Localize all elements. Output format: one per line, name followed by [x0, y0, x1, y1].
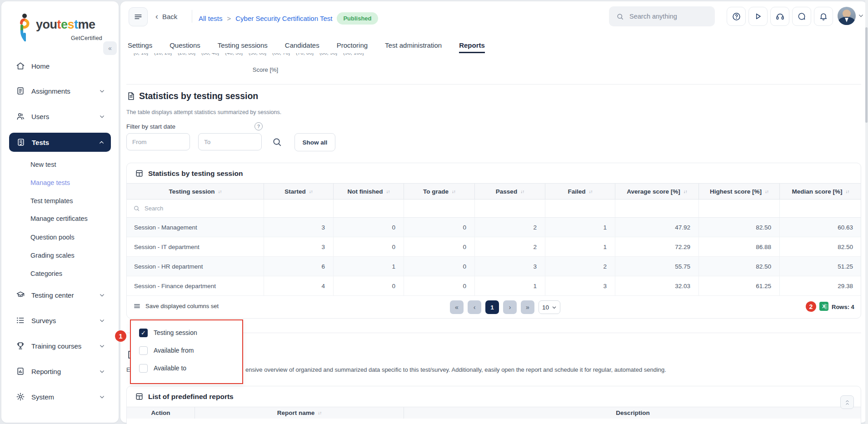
avatar[interactable]	[838, 7, 856, 25]
sidebar-item-assignments[interactable]: Assignments	[9, 83, 111, 99]
columns-menu-icon	[133, 302, 141, 310]
table-row[interactable]: Session - HR department 6 1 0 3 2 55.75 …	[127, 257, 861, 276]
pagination-page-1[interactable]: 1	[485, 300, 499, 314]
excel-export-icon[interactable]: X	[819, 302, 828, 311]
support-headset-button[interactable]	[770, 7, 789, 26]
filter-cell	[545, 200, 615, 217]
tab-testing-sessions[interactable]: Testing sessions	[218, 39, 268, 53]
sidebar-subitem-manage-certificates[interactable]: Manage certificates	[30, 215, 88, 222]
sidebar-item-surveys[interactable]: Surveys	[9, 312, 111, 329]
column-label: Not finished	[348, 188, 383, 195]
date-to-input[interactable]	[198, 133, 262, 150]
show-all-button[interactable]: Show all	[294, 133, 335, 151]
tab-test-administration[interactable]: Test administration	[385, 39, 442, 53]
prev-page-icon: ‹	[474, 304, 476, 311]
table-row[interactable]: Session - Finance department 4 0 0 1 3 3…	[127, 276, 861, 296]
global-search-input[interactable]	[629, 12, 708, 20]
cell-average-score: 47.92	[615, 218, 699, 237]
brand-seg: e	[61, 18, 68, 31]
scrollbar-thumb[interactable]	[865, 27, 868, 123]
axis-tick: (10, 20]	[154, 53, 172, 55]
back-button[interactable]: ‹ Back	[155, 12, 177, 21]
sidebar-item-home[interactable]: Home	[9, 58, 111, 74]
sidebar-subitem-question-pools[interactable]: Question pools	[30, 234, 75, 241]
notifications-button[interactable]	[814, 7, 833, 26]
global-search[interactable]	[609, 6, 715, 26]
save-displayed-columns-button[interactable]: Save displayed columns set	[133, 302, 219, 310]
sidebar-subitem-manage-tests[interactable]: Manage tests	[30, 179, 70, 186]
table-row[interactable]: Session - IT department 3 0 0 2 1 72.29 …	[127, 237, 861, 257]
tab-candidates[interactable]: Candidates	[285, 39, 319, 53]
sidebar-item-testing-center[interactable]: Testing center	[9, 287, 111, 303]
page-scrollbar[interactable]	[865, 0, 868, 424]
column-header-to-grade[interactable]: To grade ↓↑	[404, 184, 475, 199]
breadcrumb-test-name[interactable]: Cyber Security Certification Test	[235, 15, 332, 22]
checkbox-row-testing-session[interactable]: ✓ Testing session	[139, 324, 197, 341]
pagination-prev-button[interactable]: ‹	[468, 300, 481, 314]
cell-median-score: 82.50	[780, 237, 861, 256]
tab-proctoring[interactable]: Proctoring	[337, 39, 368, 53]
column-label: Failed	[568, 188, 585, 195]
sidebar: youtestme GetCertified « Home Assignment…	[1, 1, 119, 423]
score-axis-label: Score [%]	[220, 66, 311, 73]
checkbox-row-available-from[interactable]: Available from	[139, 342, 194, 359]
sidebar-item-training-courses[interactable]: Training courses	[9, 338, 111, 354]
checkbox-unchecked[interactable]	[139, 364, 148, 373]
collapse-icon: «	[108, 45, 112, 52]
system-icon	[16, 392, 25, 401]
sidebar-item-users[interactable]: Users	[9, 108, 111, 125]
sidebar-item-label: Surveys	[31, 317, 56, 324]
tab-reports[interactable]: Reports	[459, 39, 485, 53]
pagination-next-button[interactable]: ›	[503, 300, 517, 314]
annotation-circle-1: 1	[115, 330, 126, 342]
profile-chevron-icon[interactable]	[858, 13, 864, 19]
sort-icon: ↓↑	[846, 189, 849, 194]
sidebar-collapse-button[interactable]: «	[103, 41, 117, 55]
cell-to-grade: 0	[404, 276, 475, 295]
column-header-median-score[interactable]: Median score [%] ↓↑	[780, 184, 861, 199]
back-chevron-icon: ‹	[155, 12, 158, 21]
column-header-highest-score[interactable]: Highest score [%] ↓↑	[699, 184, 780, 199]
column-header-average-score[interactable]: Average score [%] ↓↑	[615, 184, 699, 199]
checkbox-row-available-to[interactable]: Available to	[139, 359, 186, 377]
date-from-input[interactable]	[126, 133, 190, 150]
filter-search-icon[interactable]	[272, 137, 282, 147]
hamburger-menu-button[interactable]	[129, 7, 148, 26]
checkbox-unchecked[interactable]	[139, 346, 148, 355]
column-header-started[interactable]: Started ↓↑	[264, 184, 334, 199]
tab-settings[interactable]: Settings	[128, 39, 152, 53]
table-row[interactable]: Session - Management 3 0 0 2 1 47.92 82.…	[127, 218, 861, 237]
predefined-reports-header: Action Report name ↓↑ Description	[127, 407, 861, 419]
cell-highest-score: 82.50	[699, 257, 780, 276]
scroll-to-top-button[interactable]	[840, 395, 854, 409]
tab-questions[interactable]: Questions	[170, 39, 200, 53]
column-header-passed[interactable]: Passed ↓↑	[475, 184, 545, 199]
checkbox-checked[interactable]: ✓	[139, 329, 148, 337]
column-header-failed[interactable]: Failed ↓↑	[545, 184, 615, 199]
column-header-not-finished[interactable]: Not finished ↓↑	[334, 184, 404, 199]
page-size-select[interactable]: 10	[539, 300, 560, 314]
sidebar-item-tests[interactable]: Tests	[9, 133, 111, 152]
chevron-down-icon	[99, 292, 105, 298]
column-header-report-name[interactable]: Report name ↓↑	[195, 407, 404, 419]
filter-help-icon[interactable]: ?	[254, 122, 263, 130]
sidebar-subitem-grading-scales[interactable]: Grading scales	[30, 252, 75, 259]
chat-button[interactable]	[792, 7, 811, 26]
session-search-input[interactable]	[144, 205, 236, 212]
column-header-testing-session[interactable]: Testing session ↓↑	[127, 184, 264, 199]
help-button[interactable]	[727, 7, 746, 26]
cell-testing-session: Session - IT department	[127, 237, 264, 256]
pagination-last-button[interactable]: »	[521, 300, 534, 314]
sidebar-item-system[interactable]: System	[9, 389, 111, 405]
sidebar-subitem-categories[interactable]: Categories	[30, 270, 62, 277]
sidebar-subitem-new-test[interactable]: New test	[30, 161, 56, 168]
pagination-first-button[interactable]: «	[450, 300, 464, 314]
filter-cell	[334, 200, 404, 217]
sidebar-item-reporting[interactable]: Reporting	[9, 363, 111, 379]
filter-cell	[780, 200, 861, 217]
play-tutorial-button[interactable]	[748, 7, 768, 26]
sidebar-subitem-test-templates[interactable]: Test templates	[30, 197, 73, 205]
cell-median-score: 60.63	[780, 218, 861, 237]
breadcrumb-all-tests[interactable]: All tests	[199, 15, 223, 22]
cell-testing-session: Session - Management	[127, 218, 264, 237]
